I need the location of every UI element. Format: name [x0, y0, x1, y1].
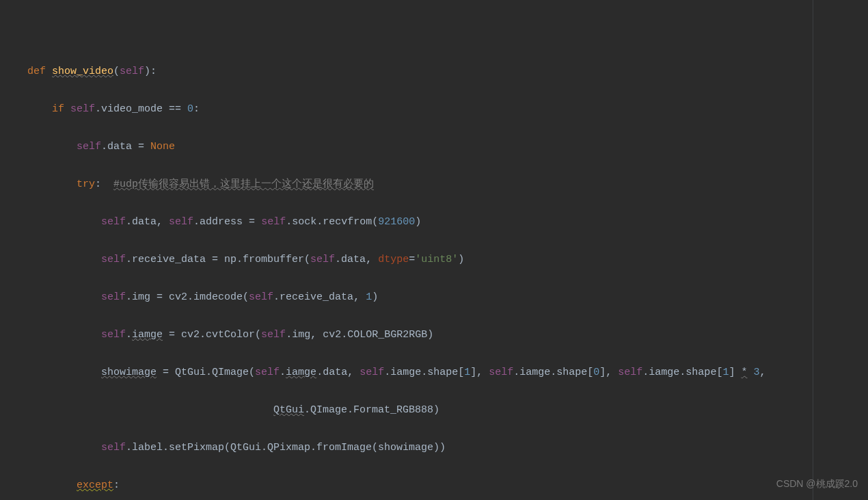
code-line: QtGui.QImage.Format_RGB888) — [14, 401, 868, 420]
code-line: try: #udp传输很容易出错，这里挂上一个这个还是很有必要的 — [14, 175, 868, 194]
code-line: self.data = None — [14, 137, 868, 157]
code-line: self.iamge = cv2.cvtColor(self.img, cv2.… — [14, 326, 868, 345]
code-line: if self.video_mode == 0: — [14, 100, 868, 119]
code-line: except: — [14, 476, 868, 495]
code-line: def show_video(self): — [14, 62, 868, 81]
code-editor[interactable]: def show_video(self): if self.video_mode… — [0, 0, 868, 500]
code-line: self.label.setPixmap(QtGui.QPixmap.fromI… — [14, 438, 868, 458]
code-line: self.data, self.address = self.sock.recv… — [14, 213, 868, 232]
code-line: self.receive_data = np.frombuffer(self.d… — [14, 250, 868, 269]
code-line: showimage = QtGui.QImage(self.iamge.data… — [14, 363, 868, 382]
code-line: self.img = cv2.imdecode(self.receive_dat… — [14, 288, 868, 307]
code-container: def show_video(self): if self.video_mode… — [14, 43, 868, 500]
function-name: show_video — [52, 66, 113, 77]
watermark: CSDN @桃成蹊2.0 — [776, 475, 858, 494]
